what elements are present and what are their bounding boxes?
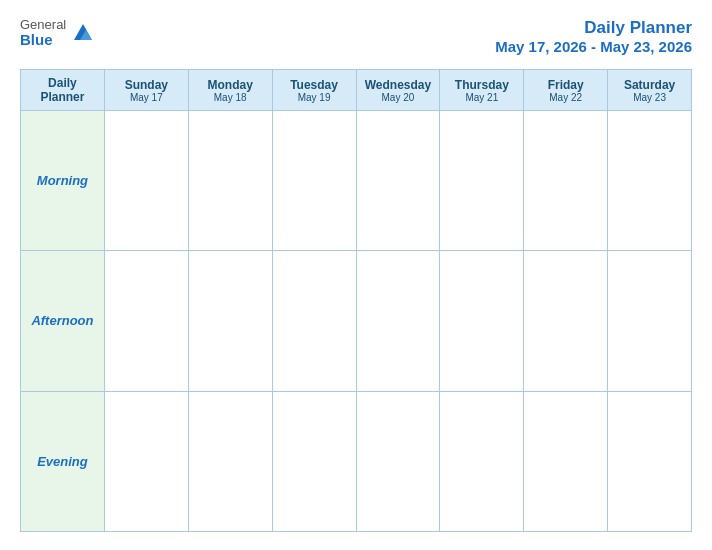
row-label-evening: Evening [21, 391, 105, 531]
cell-morning-sunday[interactable] [104, 111, 188, 251]
cell-morning-wednesday[interactable] [356, 111, 440, 251]
logo-icon [72, 22, 94, 44]
cell-afternoon-wednesday[interactable] [356, 251, 440, 391]
title-area: Daily Planner May 17, 2026 - May 23, 202… [495, 18, 692, 55]
col-header-sunday: Sunday May 17 [104, 70, 188, 111]
cell-evening-saturday[interactable] [608, 391, 692, 531]
col-header-tuesday: Tuesday May 19 [272, 70, 356, 111]
logo-blue: Blue [20, 32, 66, 49]
cell-afternoon-friday[interactable] [524, 251, 608, 391]
page: General Blue Daily Planner May 17, 2026 … [0, 0, 712, 550]
cell-morning-thursday[interactable] [440, 111, 524, 251]
page-title: Daily Planner [495, 18, 692, 38]
header: General Blue Daily Planner May 17, 2026 … [20, 18, 692, 55]
cell-afternoon-saturday[interactable] [608, 251, 692, 391]
row-afternoon: Afternoon [21, 251, 692, 391]
col-header-monday: Monday May 18 [188, 70, 272, 111]
cell-morning-friday[interactable] [524, 111, 608, 251]
row-morning: Morning [21, 111, 692, 251]
col-header-thursday: Thursday May 21 [440, 70, 524, 111]
logo-area: General Blue [20, 18, 94, 49]
cell-evening-monday[interactable] [188, 391, 272, 531]
logo-general: General [20, 18, 66, 32]
cell-afternoon-sunday[interactable] [104, 251, 188, 391]
cell-evening-tuesday[interactable] [272, 391, 356, 531]
cell-evening-wednesday[interactable] [356, 391, 440, 531]
cell-afternoon-tuesday[interactable] [272, 251, 356, 391]
calendar-table: DailyPlanner Sunday May 17 Monday May 18… [20, 69, 692, 532]
col-header-friday: Friday May 22 [524, 70, 608, 111]
cell-afternoon-thursday[interactable] [440, 251, 524, 391]
col-header-daily-planner: DailyPlanner [21, 70, 105, 111]
row-label-afternoon: Afternoon [21, 251, 105, 391]
logo-text: General Blue [20, 18, 66, 49]
row-label-morning: Morning [21, 111, 105, 251]
col-header-wednesday: Wednesday May 20 [356, 70, 440, 111]
cell-morning-monday[interactable] [188, 111, 272, 251]
cell-morning-saturday[interactable] [608, 111, 692, 251]
date-range: May 17, 2026 - May 23, 2026 [495, 38, 692, 55]
cell-morning-tuesday[interactable] [272, 111, 356, 251]
col-header-saturday: Saturday May 23 [608, 70, 692, 111]
cell-evening-sunday[interactable] [104, 391, 188, 531]
cell-afternoon-monday[interactable] [188, 251, 272, 391]
cell-evening-thursday[interactable] [440, 391, 524, 531]
row-evening: Evening [21, 391, 692, 531]
cell-evening-friday[interactable] [524, 391, 608, 531]
